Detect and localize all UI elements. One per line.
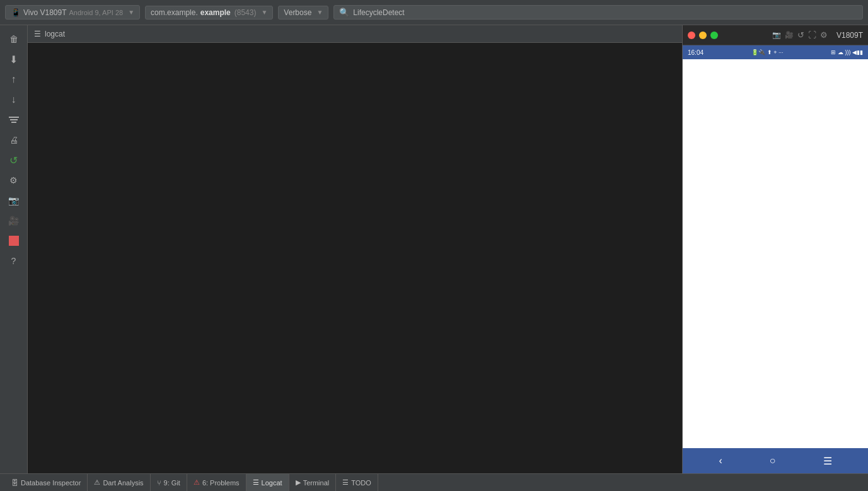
print-button[interactable]: 🖨 bbox=[5, 131, 23, 149]
stop-icon bbox=[9, 236, 19, 246]
app-chevron-icon: ▼ bbox=[261, 9, 267, 16]
gear-icon: ⚙ bbox=[9, 175, 18, 185]
dart-analysis-tab[interactable]: ⚠ Dart Analysis bbox=[88, 474, 150, 491]
log-level-chevron-icon: ▼ bbox=[316, 9, 323, 16]
filter-button[interactable] bbox=[5, 111, 23, 129]
database-inspector-label: Database Inspector bbox=[21, 479, 81, 487]
import-button[interactable]: ⬇ bbox=[5, 50, 23, 68]
bottom-bar: 🗄 Database Inspector ⚠ Dart Analysis ⑂ 9… bbox=[0, 473, 868, 491]
status-icons-right: ⊞ ☁ ))) ◀▮▮ bbox=[831, 49, 863, 55]
nav-recents-icon[interactable]: ☰ bbox=[823, 455, 832, 467]
arrow-down-icon: ↓ bbox=[11, 94, 16, 105]
top-toolbar: 📱 Vivo V1809T Android 9, API 28 ▼ com.ex… bbox=[0, 0, 868, 25]
phone-content bbox=[683, 59, 868, 448]
app-package: com.example. bbox=[151, 8, 198, 17]
search-icon: 🔍 bbox=[339, 8, 349, 17]
arrow-up-icon: ↑ bbox=[11, 74, 16, 85]
sidebar: 🗑 ⬇ ↑ ↓ 🖨 ↺ ⚙ 📷 🎥 bbox=[0, 25, 28, 473]
logcat-bottom-label: Logcat bbox=[262, 479, 282, 487]
app-selector[interactable]: com.example.example (8543) ▼ bbox=[145, 6, 273, 20]
terminal-icon: ▶ bbox=[296, 478, 301, 487]
scroll-down-button[interactable]: ↓ bbox=[5, 91, 23, 108]
phone-status-bar: 16:04 🔋🔌 ⬆ + ··· ⊞ ☁ ))) ◀▮▮ bbox=[683, 45, 868, 59]
phone-preview: 📷 🎥 ↺ ⛶ ⚙ V1809T 16:04 🔋🔌 ⬆ + ··· ⊞ ☁ ))… bbox=[682, 25, 868, 473]
phone-settings-icon[interactable]: ⚙ bbox=[820, 30, 828, 40]
dart-analysis-label: Dart Analysis bbox=[103, 479, 143, 487]
video-toolbar-icon[interactable]: 🎥 bbox=[785, 31, 794, 39]
todo-label: TODO bbox=[351, 479, 371, 487]
video-button[interactable]: 🎥 bbox=[5, 212, 23, 229]
delete-icon: 🗑 bbox=[9, 34, 18, 44]
database-inspector-tab[interactable]: 🗄 Database Inspector bbox=[5, 474, 88, 491]
rotate-icon[interactable]: ↺ bbox=[797, 30, 804, 40]
logcat-bottom-icon: ☰ bbox=[253, 478, 259, 487]
stop-button[interactable] bbox=[5, 232, 23, 250]
terminal-label: Terminal bbox=[303, 479, 330, 487]
phone-nav-bar: ‹ ○ ☰ bbox=[683, 448, 868, 473]
problems-label: 6: Problems bbox=[202, 479, 240, 487]
fullscreen-icon[interactable]: ⛶ bbox=[808, 30, 816, 40]
log-content: ☰ logcat bbox=[28, 25, 682, 473]
log-area[interactable] bbox=[28, 43, 682, 473]
device-sub: Android 9, API 28 bbox=[69, 9, 124, 16]
logcat-tab[interactable]: ☰ Logcat bbox=[246, 474, 289, 491]
phone-screen: 16:04 🔋🔌 ⬆ + ··· ⊞ ☁ ))) ◀▮▮ ‹ ○ ☰ bbox=[683, 45, 868, 473]
settings-button[interactable]: ⚙ bbox=[5, 171, 23, 189]
database-icon: 🗄 bbox=[11, 479, 18, 487]
todo-icon: ☰ bbox=[342, 478, 349, 487]
import-icon: ⬇ bbox=[9, 54, 18, 66]
logcat-menu-icon: ☰ bbox=[34, 30, 41, 38]
camera-button[interactable]: 📷 bbox=[5, 192, 23, 209]
terminal-tab[interactable]: ▶ Terminal bbox=[289, 474, 337, 491]
phone-title: V1809T bbox=[836, 31, 863, 40]
phone-window-header: 📷 🎥 ↺ ⛶ ⚙ V1809T bbox=[683, 25, 868, 45]
log-level-label: Verbose bbox=[284, 8, 311, 17]
refresh-button[interactable]: ↺ bbox=[5, 151, 23, 169]
nav-home-icon[interactable]: ○ bbox=[770, 455, 776, 466]
status-time: 16:04 bbox=[688, 49, 703, 56]
log-level-selector[interactable]: Verbose ▼ bbox=[278, 6, 328, 20]
logcat-title: logcat bbox=[45, 30, 65, 38]
problems-icon: ⚠ bbox=[194, 478, 200, 487]
device-icon: 📱 bbox=[11, 8, 21, 17]
filter-icon bbox=[9, 117, 19, 123]
phone-header-icons: 📷 🎥 ↺ ⛶ ⚙ V1809T bbox=[772, 30, 863, 40]
main-area: 🗑 ⬇ ↑ ↓ 🖨 ↺ ⚙ 📷 🎥 bbox=[0, 25, 868, 473]
camera-icon: 📷 bbox=[8, 195, 19, 205]
app-name-bold: example bbox=[200, 8, 231, 17]
dart-icon: ⚠ bbox=[94, 478, 100, 487]
nav-back-icon[interactable]: ‹ bbox=[719, 455, 722, 466]
app-pid: (8543) bbox=[234, 8, 257, 17]
todo-tab[interactable]: ☰ TODO bbox=[336, 474, 378, 491]
video-icon: 🎥 bbox=[8, 216, 19, 226]
git-icon: ⑂ bbox=[157, 479, 161, 487]
device-label: Vivo V1809T bbox=[23, 8, 67, 17]
scroll-up-button[interactable]: ↑ bbox=[5, 71, 23, 88]
print-icon: 🖨 bbox=[9, 135, 18, 145]
status-icons-left: 🔋🔌 ⬆ + ··· bbox=[751, 49, 783, 55]
minimize-button[interactable] bbox=[699, 32, 707, 39]
problems-tab[interactable]: ⚠ 6: Problems bbox=[187, 474, 246, 491]
help-icon: ? bbox=[11, 256, 16, 266]
maximize-button[interactable] bbox=[710, 32, 718, 39]
search-bar[interactable]: 🔍 bbox=[333, 5, 863, 20]
git-tab[interactable]: ⑂ 9: Git bbox=[151, 474, 187, 491]
close-button[interactable] bbox=[688, 32, 695, 39]
help-button[interactable]: ? bbox=[5, 252, 23, 270]
git-label: 9: Git bbox=[164, 479, 180, 487]
refresh-icon: ↺ bbox=[9, 154, 18, 166]
camera-toolbar-icon[interactable]: 📷 bbox=[772, 31, 781, 39]
device-chevron-icon: ▼ bbox=[128, 9, 134, 16]
search-input[interactable] bbox=[353, 8, 857, 17]
logcat-header: ☰ logcat bbox=[28, 25, 682, 43]
clear-log-button[interactable]: 🗑 bbox=[5, 30, 23, 48]
device-selector[interactable]: 📱 Vivo V1809T Android 9, API 28 ▼ bbox=[5, 5, 140, 20]
